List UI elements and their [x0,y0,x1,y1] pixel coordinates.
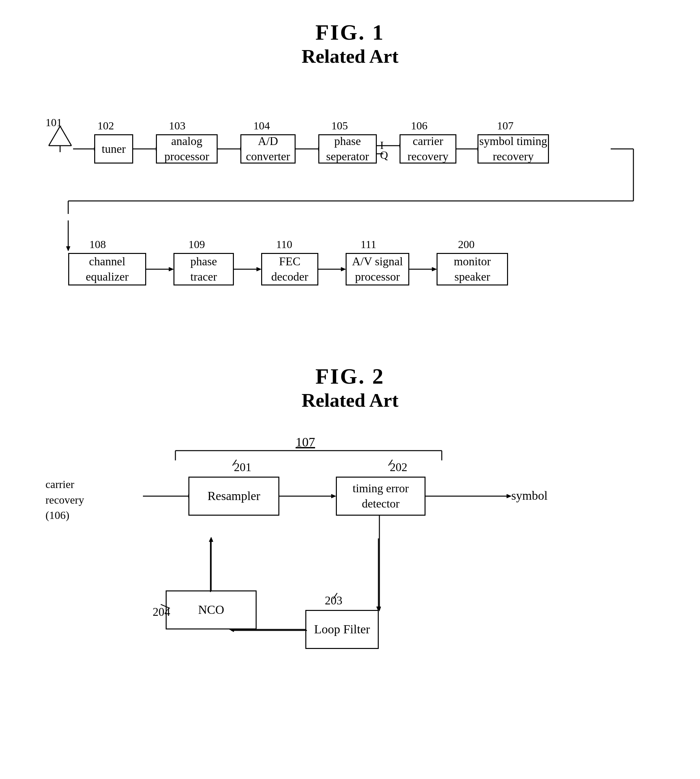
label-109: 109 [188,238,205,251]
q-label: Q [380,149,388,161]
fig1-title: FIG. 1 Related Art [26,20,674,68]
label-103: 103 [169,120,185,132]
svg-marker-28 [341,267,346,271]
fig1-row2-diagram: channel equalizer 108 phase tracer 109 F… [26,221,674,344]
label-102: 102 [97,120,114,132]
fig1-section: FIG. 1 Related Art [26,20,674,344]
label-104: 104 [253,120,270,132]
symbol-label: symbol [511,488,548,503]
tick-202 [388,460,408,466]
tick-201 [233,460,252,466]
block-carrier-label: carrier recovery [408,134,448,164]
antenna-svg [45,126,75,152]
block-fec-dec: FEC decoder [261,253,318,286]
carrier-recovery-label: carrierrecovery(106) [45,476,84,523]
svg-line-17 [49,126,60,145]
block-channel-label: channel equalizer [86,254,128,284]
svg-marker-55 [209,538,212,542]
block-timing-err: timing error detector [336,476,425,516]
svg-marker-34 [331,494,336,498]
block-resampler: Resampler [188,476,279,516]
block-monitor-spk: monitor speaker [437,253,508,286]
svg-line-47 [388,460,392,466]
block-symbol-label: symbol timing recovery [479,134,547,164]
block-loop-filter: Loop Filter [305,610,379,649]
fig2-title-line2: Related Art [26,389,674,411]
antenna-symbol: 101 [45,126,75,154]
fig2-section: FIG. 2 Related Art [26,363,674,717]
block-av-label: A/V signal processor [352,254,403,284]
vert-arrow-nco-res [209,538,212,592]
block-analog-label: analog processor [164,134,209,164]
block-phase-tracer: phase tracer [173,253,234,286]
horiz-arrow-loopfilter-nco [231,629,307,632]
fig2-diagram: 107 carrierrecovery(106) Resampler 201 t… [26,425,674,717]
tick-204 [161,604,170,609]
block-tuner: tuner [94,134,133,164]
svg-line-46 [233,460,237,466]
block-nco: NCO [166,590,257,629]
svg-line-18 [60,126,72,145]
block-phase-sep: phase seperator [318,134,377,164]
block-symbol-tim: symbol timing recovery [477,134,549,164]
block-tuner-label: tuner [102,141,126,157]
svg-line-48 [161,604,170,608]
svg-marker-51 [378,607,381,612]
label-106: 106 [411,120,427,132]
svg-marker-22 [66,246,70,251]
svg-marker-26 [257,267,261,271]
fig1-row1-diagram: 101 tuner 102 analog processor 103 A/D c… [26,77,674,214]
svg-marker-53 [231,629,234,632]
fig2-title: FIG. 2 Related Art [26,363,674,411]
label-107-fig2: 107 [296,435,315,450]
svg-line-49 [333,593,337,599]
svg-marker-36 [507,494,511,498]
block-resampler-label: Resampler [208,488,260,504]
antenna-label: 101 [45,116,62,129]
svg-marker-24 [169,267,173,271]
fig2-title-line1: FIG. 2 [26,363,674,389]
block-timing-label: timing error detector [353,481,409,512]
block-nco-label: NCO [198,602,224,618]
block-ad-conv: A/D converter [240,134,296,164]
block-monitor-label: monitor speaker [454,254,491,284]
label-200: 200 [458,238,475,251]
block-analog-proc: analog processor [156,134,218,164]
block-phasetracer-label: phase tracer [190,254,217,284]
block-channel-eq: channel equalizer [68,253,146,286]
page: FIG. 1 Related Art [0,0,700,737]
label-108: 108 [89,238,106,251]
fig2-arrows [26,425,674,717]
block-carrier-rec: carrier recovery [400,134,457,164]
block-av-sig: A/V signal processor [346,253,409,286]
block-ad-label: A/D converter [246,134,290,164]
svg-marker-30 [432,267,437,271]
tick-203 [333,593,353,600]
block-fec-label: FEC decoder [271,254,308,284]
label-107: 107 [497,120,513,132]
fig1-title-line1: FIG. 1 [26,20,674,45]
label-110: 110 [276,238,292,251]
vert-arrow-1 [378,516,381,613]
label-111: 111 [360,238,376,251]
block-loop-label: Loop Filter [314,621,370,637]
block-phasesep-label: phase seperator [326,134,369,164]
fig1-title-line2: Related Art [26,45,674,68]
label-105: 105 [331,120,348,132]
